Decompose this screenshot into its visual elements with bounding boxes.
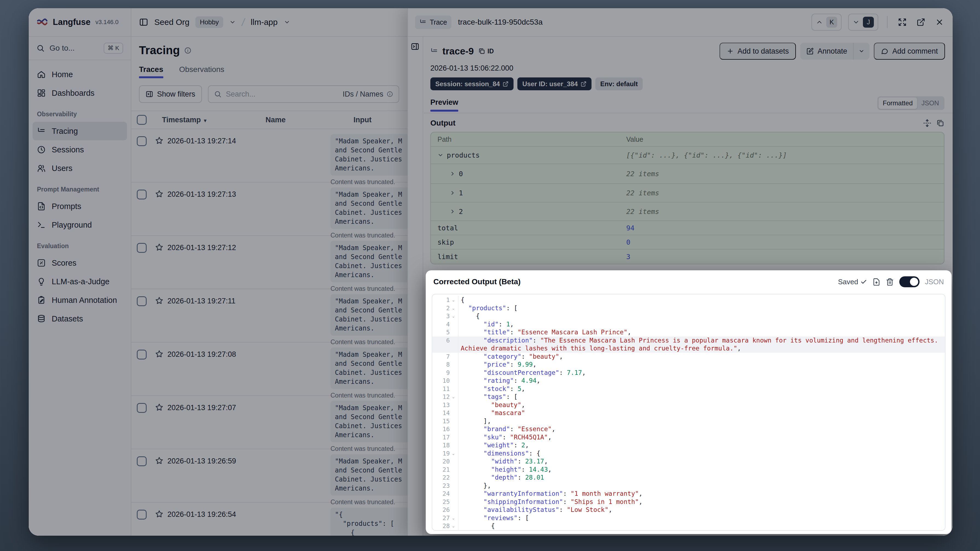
line-gutter[interactable]: 17: [432, 433, 458, 441]
row-checkbox[interactable]: [137, 510, 146, 519]
format-json-option[interactable]: JSON: [917, 97, 943, 109]
table-row[interactable]: 2026-01-13 19:27:11"Madam Speaker, M and…: [131, 289, 407, 342]
line-gutter[interactable]: 24: [432, 490, 458, 498]
star-icon[interactable]: [155, 190, 164, 198]
star-icon[interactable]: [155, 403, 164, 412]
sidebar-item-playground[interactable]: Playground: [33, 216, 127, 234]
table-row[interactable]: 2026-01-13 19:27:14"Madam Speaker, M and…: [131, 129, 407, 183]
org-name[interactable]: Seed Org: [154, 18, 189, 27]
line-gutter[interactable]: 21: [432, 466, 458, 474]
line-gutter[interactable]: 4: [432, 320, 458, 328]
table-row[interactable]: 2026-01-13 19:26:59"Madam Speaker, M and…: [131, 449, 407, 503]
star-icon[interactable]: [155, 243, 164, 252]
line-gutter[interactable]: 7: [432, 353, 458, 361]
star-icon[interactable]: [155, 350, 164, 358]
table-row[interactable]: 2026-01-13 19:27:13"Madam Speaker, M and…: [131, 183, 407, 236]
line-gutter[interactable]: 2⌄: [432, 304, 458, 312]
open-in-new-icon[interactable]: [915, 16, 927, 28]
col-name[interactable]: Name: [266, 116, 286, 124]
output-row-0[interactable]: 022 items: [431, 164, 944, 184]
annotate-button[interactable]: Annotate: [800, 43, 853, 60]
sidebar-item-sessions[interactable]: Sessions: [33, 140, 127, 159]
sidebar-item-prompts[interactable]: Prompts: [33, 197, 127, 216]
trash-icon[interactable]: [886, 278, 894, 286]
output-row-1[interactable]: 122 items: [431, 184, 944, 202]
sidebar-item-human-annotation[interactable]: Human Annotation: [33, 291, 127, 309]
table-row[interactable]: 2026-01-13 19:27:12"Madam Speaker, M and…: [131, 236, 407, 289]
line-gutter[interactable]: 19⌄: [432, 449, 458, 458]
unfold-vertical-icon[interactable]: [923, 119, 931, 127]
sidebar-item-dashboards[interactable]: Dashboards: [33, 84, 127, 102]
line-gutter[interactable]: 14: [432, 409, 458, 417]
col-input[interactable]: Input: [353, 116, 372, 124]
row-checkbox[interactable]: [137, 456, 146, 466]
line-gutter[interactable]: 22: [432, 474, 458, 482]
chevron-right-icon[interactable]: [450, 190, 455, 196]
line-gutter[interactable]: 20: [432, 457, 458, 466]
row-checkbox[interactable]: [137, 296, 146, 306]
prev-trace-button[interactable]: K: [811, 14, 842, 31]
select-all-checkbox[interactable]: [137, 115, 146, 125]
sidebar-toggle-icon[interactable]: [139, 18, 148, 27]
line-gutter[interactable]: 6: [432, 336, 458, 345]
table-row[interactable]: 2026-01-13 19:26:54"{ "products": [ {: [131, 503, 407, 536]
search-input[interactable]: Search... IDs / Names: [208, 85, 399, 103]
search-scope[interactable]: IDs / Names: [342, 90, 393, 99]
star-icon[interactable]: [155, 510, 164, 518]
sidebar-item-llm-as-a-judge[interactable]: LLM-as-a-Judge: [33, 272, 127, 291]
tab-traces[interactable]: Traces: [139, 65, 163, 78]
json-toggle[interactable]: [899, 276, 920, 287]
row-checkbox[interactable]: [137, 350, 146, 360]
line-gutter[interactable]: 15: [432, 417, 458, 425]
sidebar-item-home[interactable]: Home: [33, 65, 127, 84]
line-gutter[interactable]: 12⌄: [432, 393, 458, 401]
output-row-2[interactable]: 222 items: [431, 202, 944, 221]
line-gutter[interactable]: 3⌄: [432, 312, 458, 320]
save-file-icon[interactable]: [872, 278, 880, 286]
row-checkbox[interactable]: [137, 243, 146, 253]
star-icon[interactable]: [155, 136, 164, 145]
line-gutter[interactable]: 9: [432, 369, 458, 377]
sidebar-item-scores[interactable]: Scores: [33, 253, 127, 272]
sidebar-item-tracing[interactable]: Tracing: [33, 122, 127, 140]
row-checkbox[interactable]: [137, 136, 146, 146]
table-row[interactable]: 2026-01-13 19:27:08"Madam Speaker, M and…: [131, 342, 407, 396]
line-gutter[interactable]: 25: [432, 498, 458, 506]
annotate-menu-button[interactable]: [854, 43, 869, 60]
json-editor[interactable]: 1⌄{2⌄ "products": [3⌄ {4 "id": 1,5 "titl…: [432, 294, 945, 531]
expand-icon[interactable]: [896, 16, 908, 28]
line-gutter[interactable]: 5: [432, 328, 458, 336]
line-gutter[interactable]: 11: [432, 385, 458, 393]
line-gutter[interactable]: [432, 344, 458, 353]
next-trace-button[interactable]: J: [848, 14, 878, 31]
chevron-down-icon[interactable]: [284, 19, 290, 25]
star-icon[interactable]: [155, 456, 164, 465]
add-to-datasets-button[interactable]: Add to datasets: [719, 43, 796, 60]
line-gutter[interactable]: 27⌄: [432, 514, 458, 522]
line-gutter[interactable]: 26: [432, 506, 458, 514]
row-checkbox[interactable]: [137, 403, 146, 413]
session-badge[interactable]: Session: session_84: [430, 77, 514, 90]
line-gutter[interactable]: 28⌄: [432, 522, 458, 530]
sidebar-item-users[interactable]: Users: [33, 159, 127, 178]
close-icon[interactable]: [934, 16, 945, 28]
sidebar-item-datasets[interactable]: Datasets: [33, 309, 127, 328]
copy-icon[interactable]: [936, 119, 945, 127]
user-badge[interactable]: User ID: user_384: [517, 77, 592, 90]
copy-id-button[interactable]: ID: [478, 48, 494, 55]
line-gutter[interactable]: 8: [432, 361, 458, 369]
output-row-products[interactable]: products[{"id": ...}, {"id": ...}, {"id"…: [431, 147, 944, 164]
line-gutter[interactable]: 13: [432, 401, 458, 409]
tab-observations[interactable]: Observations: [179, 65, 224, 78]
line-gutter[interactable]: 16: [432, 425, 458, 433]
row-checkbox[interactable]: [137, 190, 146, 199]
table-row[interactable]: 2026-01-13 19:27:07"Madam Speaker, M and…: [131, 396, 407, 449]
project-name[interactable]: llm-app: [251, 18, 277, 27]
chevron-right-icon[interactable]: [450, 171, 455, 177]
info-icon[interactable]: [184, 47, 191, 54]
tab-preview[interactable]: Preview: [430, 98, 458, 111]
line-gutter[interactable]: 10: [432, 377, 458, 385]
format-formatted-option[interactable]: Formatted: [878, 97, 917, 109]
add-comment-button[interactable]: Add comment: [874, 43, 945, 60]
panel-open-icon[interactable]: [410, 42, 419, 51]
